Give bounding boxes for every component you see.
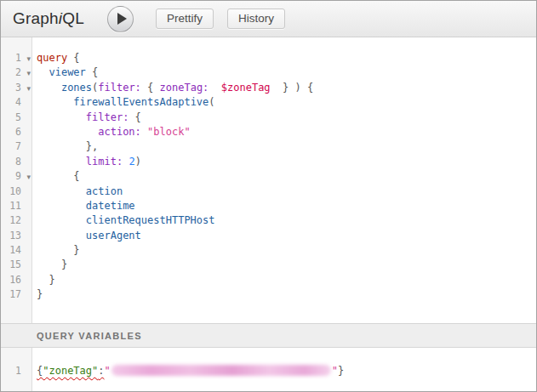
token-punctuation: : [98,365,104,377]
line-number: 1 [1,51,21,65]
token-property: zones [61,82,92,94]
code-text: query { [32,51,80,65]
token-variable: $zoneTag [221,82,271,94]
token-plain [37,258,61,270]
gutter-cell: 1 [1,364,32,378]
code-line: 3▾ zones(filter: { zoneTag: $zoneTag } )… [1,81,536,95]
token-number: 2 [129,156,134,168]
gutter-cell: 10 [1,185,32,199]
query-variables-header[interactable]: QUERY VARIABLES [1,323,536,348]
code-line: 9▾ { [1,169,536,184]
code-line: 17} [1,287,536,302]
gutter-cell: 14 [1,243,32,258]
token-plain [37,274,49,286]
line-number: 6 [1,125,21,139]
token-punctuation: } [49,274,54,286]
line-number: 9 [1,169,21,184]
code-text: } [32,273,55,287]
line-number: 5 [1,111,21,125]
code-line: 14 } [1,243,536,258]
code-line: 1▾query { [1,51,536,65]
code-line: 10 action [1,185,536,199]
gutter-cell: 2▾ [1,65,32,80]
code-text: viewer { [32,65,98,80]
code-text: }, [32,139,98,154]
token-punctuation: } [61,258,67,270]
line-number: 4 [1,95,21,110]
line-number: 15 [1,258,21,272]
fold-arrow-icon[interactable]: ▾ [26,82,31,96]
code-line: 13 userAgent [1,229,536,243]
token-property: action [86,185,123,197]
token-attribute: zoneTag: [160,82,209,94]
fold-arrow-icon[interactable]: ▾ [26,66,31,81]
play-icon [117,13,127,25]
token-plain [37,96,73,108]
token-punctuation: { [73,170,79,182]
gutter-cell: 7 [1,139,32,154]
token-attribute: filter: [86,111,129,123]
code-line: 1{"zoneTag":""} [1,364,536,378]
app-title-graph: Graph [13,9,59,27]
variables-editor[interactable]: 1{"zoneTag":""} [1,348,536,391]
token-plain [37,170,73,182]
token-plain [37,244,73,256]
token-attribute: filter: [98,82,141,94]
line-number: 11 [1,199,21,213]
code-text: limit: 2) [32,155,141,169]
code-text: action [32,185,123,199]
gutter-cell: 16 [1,273,32,287]
token-plain [37,66,49,78]
code-line: 11 datetime [1,199,536,213]
token-plain [37,156,86,168]
line-number: 14 [1,243,21,258]
token-punctuation: { [86,66,98,78]
token-punctuation: ) [135,156,141,168]
code-text: {"zoneTag":""} [32,364,344,378]
code-text: { [32,169,80,184]
history-button[interactable]: History [227,9,285,29]
token-property: firewallEventsAdaptive [73,96,209,108]
line-number: 1 [1,364,21,378]
line-number: 3 [1,81,21,95]
gutter-cell: 4 [1,95,32,110]
fold-arrow-icon[interactable]: ▾ [26,170,31,185]
app-title-ql: QL [62,9,84,27]
token-plain [271,82,283,94]
prettify-button[interactable]: Prettify [156,9,214,29]
gutter-cell: 13 [1,229,32,243]
token-punctuation: ( [209,96,214,108]
gutter-cell: 11 [1,199,32,213]
code-text: userAgent [32,229,141,243]
line-number: 2 [1,65,21,80]
code-text: clientRequestHTTPHost [32,213,215,228]
token-plain [37,200,86,212]
code-line: 12 clientRequestHTTPHost [1,213,536,228]
token-plain [37,126,98,138]
token-punctuation: { [67,52,79,64]
line-number: 13 [1,229,21,243]
graphiql-window: GraphiQL Prettify History 1▾query {2▾ vi… [0,0,537,392]
gutter-cell: 3▾ [1,81,32,95]
line-number: 17 [1,287,21,302]
execute-query-button[interactable] [107,6,134,32]
code-line: 5 filter: { [1,111,536,125]
token-punctuation: } ) { [283,82,313,94]
toolbar: GraphiQL Prettify History [1,1,536,37]
code-text: zones(filter: { zoneTag: $zoneTag } ) { [32,81,313,95]
code-line: 8 limit: 2) [1,155,536,169]
code-text: } [32,258,67,272]
query-variables-title: QUERY VARIABLES [37,331,142,341]
fold-arrow-icon[interactable]: ▾ [26,52,31,66]
token-string: "block" [147,126,191,138]
code-line: 6 action: "block" [1,125,536,139]
token-string: " [105,365,111,377]
query-editor[interactable]: 1▾query {2▾ viewer {3▾ zones(filter: { z… [1,37,536,323]
gutter-cell: 8 [1,155,32,169]
token-property: datetime [86,200,135,212]
token-json_key: "zoneTag" [43,365,98,377]
token-punctuation: { [141,82,160,94]
token-string: " [332,365,338,377]
token-punctuation: }, [86,140,98,152]
code-line: 16 } [1,273,536,287]
